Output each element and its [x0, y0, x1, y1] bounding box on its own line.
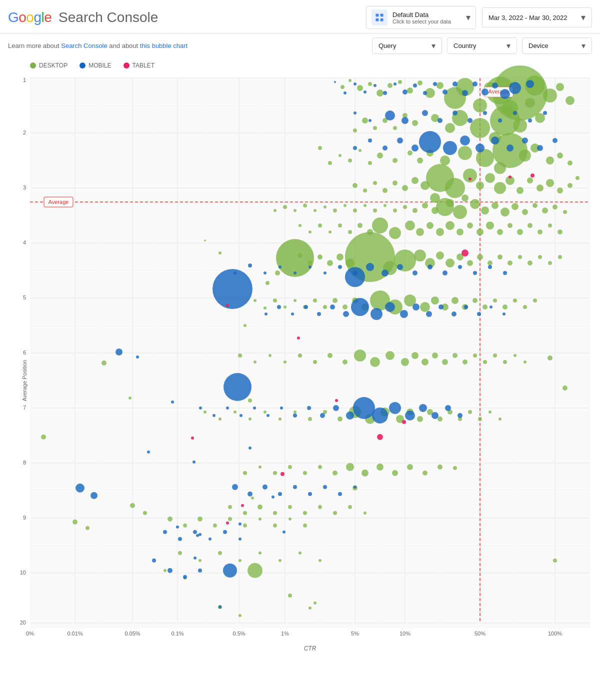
query-filter[interactable]: Query ▾: [372, 38, 442, 54]
svg-point-417: [419, 131, 441, 153]
svg-point-123: [368, 161, 372, 165]
svg-point-329: [453, 466, 457, 470]
sub-header: Learn more about Search Console and abou…: [0, 34, 600, 58]
svg-point-179: [333, 208, 337, 212]
svg-point-265: [354, 350, 366, 362]
svg-point-157: [436, 198, 454, 216]
svg-text:0.05%: 0.05%: [124, 630, 140, 636]
svg-point-87: [398, 80, 402, 84]
svg-point-189: [416, 228, 424, 236]
svg-point-501: [163, 530, 167, 534]
svg-point-482: [293, 414, 297, 418]
svg-point-322: [332, 470, 338, 476]
svg-point-150: [412, 177, 418, 184]
svg-point-444: [324, 272, 326, 274]
svg-point-247: [493, 298, 497, 302]
svg-point-437: [442, 270, 448, 276]
y-axis-label: Average Position: [22, 360, 28, 402]
svg-point-77: [543, 88, 557, 102]
svg-point-479: [333, 405, 339, 411]
svg-point-130: [557, 152, 563, 158]
svg-point-411: [498, 118, 502, 122]
svg-point-218: [436, 252, 444, 260]
svg-point-174: [384, 204, 386, 207]
svg-text:1%: 1%: [281, 630, 289, 636]
svg-point-519: [272, 496, 274, 498]
svg-point-421: [491, 136, 499, 144]
svg-point-281: [342, 360, 348, 364]
date-selector[interactable]: Mar 3, 2022 - Mar 30, 2022 ▾: [482, 8, 592, 28]
svg-point-366: [308, 606, 312, 610]
svg-point-368: [238, 614, 242, 617]
svg-point-282: [328, 353, 332, 358]
svg-point-126: [338, 154, 342, 157]
svg-point-414: [543, 111, 547, 115]
svg-point-527: [191, 436, 194, 440]
svg-point-395: [413, 84, 417, 88]
svg-point-283: [313, 360, 317, 364]
svg-point-347: [213, 524, 217, 528]
svg-point-206: [348, 230, 352, 234]
svg-point-419: [460, 136, 470, 146]
svg-point-431: [116, 348, 122, 356]
svg-point-286: [268, 354, 272, 357]
svg-point-333: [243, 511, 247, 515]
svg-point-251: [533, 298, 537, 302]
bubble-chart: Average 1 2 3 4 5 6 7 8 9 10 20 0% 0.01%…: [30, 78, 590, 668]
svg-point-127: [328, 161, 332, 165]
svg-point-250: [523, 305, 527, 309]
svg-text:CTR: CTR: [304, 645, 316, 652]
svg-point-426: [412, 144, 418, 152]
svg-point-249: [513, 298, 517, 302]
svg-text:2: 2: [23, 130, 26, 136]
svg-point-396: [402, 90, 408, 94]
svg-point-151: [402, 185, 408, 191]
svg-point-304: [498, 418, 502, 420]
svg-point-278: [503, 360, 507, 364]
svg-point-195: [476, 228, 484, 236]
svg-point-176: [364, 204, 366, 207]
svg-point-187: [389, 227, 401, 239]
svg-point-409: [468, 118, 472, 123]
svg-point-453: [385, 302, 395, 312]
svg-point-277: [493, 354, 497, 358]
svg-point-526: [377, 434, 383, 440]
svg-point-340: [348, 505, 352, 509]
svg-point-219: [446, 258, 454, 268]
svg-point-369: [164, 569, 166, 572]
svg-point-248: [502, 304, 508, 310]
svg-point-448: [264, 272, 266, 274]
svg-point-184: [283, 205, 287, 209]
mobile-legend-label: MOBILE: [88, 62, 111, 69]
search-console-link[interactable]: Search Console: [61, 42, 108, 50]
svg-point-385: [526, 80, 534, 88]
svg-text:0%: 0%: [26, 630, 34, 636]
data-selector-chevron-icon: ▾: [466, 12, 470, 23]
query-filter-label: Query: [378, 42, 396, 50]
svg-point-350: [258, 518, 262, 520]
svg-point-432: [366, 263, 374, 271]
svg-point-467: [291, 312, 294, 316]
svg-point-469: [264, 312, 268, 316]
google-logo: Google: [8, 10, 52, 26]
svg-point-86: [407, 88, 413, 94]
svg-point-162: [500, 208, 510, 216]
country-filter[interactable]: Country ▾: [447, 38, 517, 54]
svg-point-216: [414, 250, 426, 262]
svg-point-455: [412, 304, 420, 310]
svg-point-211: [298, 224, 302, 227]
legend-mobile: MOBILE: [80, 62, 111, 69]
device-filter[interactable]: Device ▾: [522, 38, 592, 54]
svg-point-332: [228, 505, 232, 509]
svg-point-489: [199, 406, 202, 410]
query-filter-chevron-icon: ▾: [428, 41, 436, 50]
svg-point-408: [452, 110, 458, 116]
svg-point-438: [458, 265, 462, 269]
sub-header-left: Learn more about Search Console and abou…: [8, 42, 188, 50]
bubble-chart-link[interactable]: this bubble chart: [140, 42, 188, 50]
svg-point-338: [318, 505, 322, 509]
svg-point-334: [258, 504, 262, 510]
svg-point-374: [204, 240, 206, 242]
svg-point-493: [248, 492, 252, 496]
data-selector[interactable]: Default Data Click to select your data ▾: [366, 6, 476, 29]
